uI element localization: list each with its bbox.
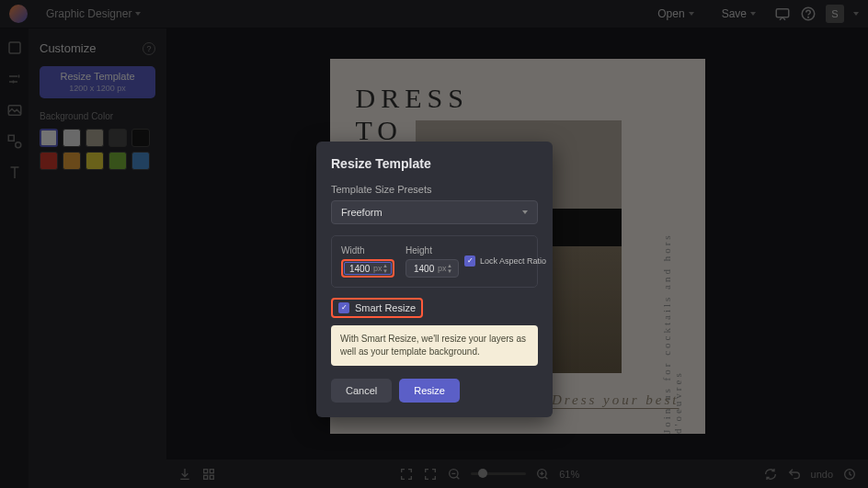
height-stepper[interactable]: ▲ ▼: [447, 263, 454, 274]
smart-resize-info: With Smart Resize, we'll resize your lay…: [331, 325, 538, 366]
width-value[interactable]: [349, 264, 373, 274]
height-label: Height: [405, 245, 459, 255]
step-down-icon[interactable]: ▼: [447, 268, 454, 274]
modal-actions: Cancel Resize: [331, 379, 538, 403]
width-label: Width: [341, 245, 394, 255]
smart-resize-toggle[interactable]: ✓ Smart Resize: [331, 298, 423, 318]
width-unit: px: [373, 264, 383, 273]
resize-button[interactable]: Resize: [399, 379, 460, 403]
cancel-button[interactable]: Cancel: [331, 379, 392, 403]
width-stepper[interactable]: ▲ ▼: [383, 263, 390, 274]
smart-resize-label: Smart Resize: [355, 302, 416, 313]
modal-title: Resize Template: [331, 156, 538, 171]
chevron-down-icon: [522, 210, 528, 214]
width-input[interactable]: px ▲ ▼: [341, 259, 394, 278]
dimensions-box: Width px ▲ ▼ Height px: [331, 235, 538, 288]
resize-modal: Resize Template Template Size Presets Fr…: [316, 142, 553, 417]
lock-label: Lock Aspect Ratio: [480, 256, 546, 266]
height-value[interactable]: [414, 264, 438, 274]
presets-label: Template Size Presets: [331, 184, 538, 195]
height-unit: px: [438, 264, 447, 273]
height-input[interactable]: px ▲ ▼: [405, 259, 459, 278]
checkbox-checked-icon: ✓: [338, 302, 349, 313]
checkbox-checked-icon: ✓: [464, 255, 475, 267]
preset-value: Freeform: [341, 207, 383, 218]
preset-select[interactable]: Freeform: [331, 200, 538, 224]
lock-aspect-toggle[interactable]: ✓ Lock Aspect Ratio: [464, 255, 546, 267]
step-down-icon[interactable]: ▼: [383, 268, 390, 274]
